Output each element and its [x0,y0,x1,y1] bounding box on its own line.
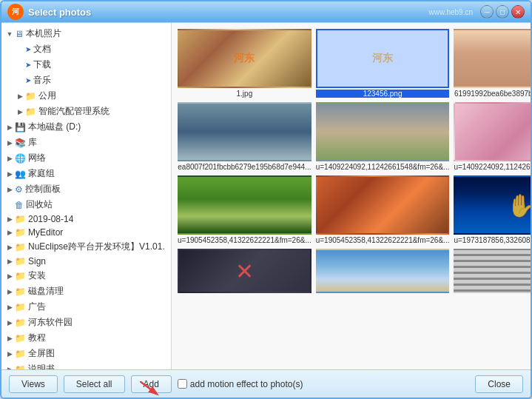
sidebar-item-nueclipse[interactable]: ▶ 📁 NuEclipse跨平台开发环境】V1.01. [1,239,171,255]
photo-thumbnail[interactable] [316,102,450,161]
photo-thumbnail[interactable] [454,175,531,235]
photo-grid: 河东 1.jpg 河东 123456.png 61991992bea6be389… [172,23,531,369]
photo-thumbnail[interactable] [178,249,312,293]
arrow-icon: ➤ [25,76,31,84]
photo-thumbnail[interactable] [316,249,450,293]
sidebar-item-autocar[interactable]: ▶ 📁 智能汽配管理系统 [1,104,171,119]
folder-icon: 📁 [15,318,26,328]
photo-item[interactable] [454,249,531,295]
sidebar-item-homegroup[interactable]: ▶ 👥 家庭组 [1,166,171,181]
disk-icon: 💾 [15,122,26,133]
sidebar-item-manual[interactable]: ▶ 📁 说明书 [1,361,171,369]
sidebar-item-sign[interactable]: ▶ 📁 Sign [1,255,171,268]
photo-item[interactable]: u=1409224092,11242661548&fm=26&... [454,102,531,171]
expand-icon: ▶ [4,242,15,252]
sidebar-label: 说明书 [28,363,55,369]
sidebar-label: 磁盘清理 [28,285,64,298]
sidebar-label: 回收站 [26,198,53,211]
photo-item[interactable]: 61991992bea6be3897b7c02e2dc6901... [454,29,531,98]
photo-thumbnail[interactable]: 河东 [178,29,312,88]
sidebar-item-tutorial[interactable]: ▶ 📁 教程 [1,330,171,346]
watermark-overlay: 河东 [234,52,255,65]
photo-item[interactable]: u=1905452358,41322622221&fm=26&... [316,175,450,244]
photo-thumbnail[interactable] [178,175,312,235]
photo-item[interactable] [316,249,450,295]
sidebar-item-localdisk[interactable]: ▶ 💾 本地磁盘 (D:) [1,119,171,135]
photo-item[interactable]: u=1973187856,33260879648&fm=26&... [454,175,531,244]
sidebar-item-fullscreen[interactable]: ▶ 📁 全屏图 [1,346,171,361]
sidebar-label: MyEditor [28,227,63,238]
app-logo: 河 [7,4,24,20]
title-bar: 河 Select photos www.heb9.cn ─ □ ✕ [1,1,531,22]
photo-item[interactable]: 河东 1.jpg [178,29,312,98]
folder-icon: 📁 [25,107,36,117]
folder-icon: 📁 [15,286,26,297]
sidebar-label: Sign [28,256,46,266]
window-controls: ─ □ ✕ [480,5,525,19]
folder-icon: 📁 [15,271,26,281]
expand-icon: ▼ [4,29,15,39]
sidebar-item-music[interactable]: ➤ 音乐 [1,73,171,88]
photo-item[interactable]: u=1905452358,41322622221&fm=26&... [178,175,312,244]
folder-icon: 📁 [15,242,26,252]
photo-thumbnail[interactable] [178,102,312,161]
sidebar-item-diskclean[interactable]: ▶ 📁 磁盘清理 [1,284,171,299]
sidebar-item-install[interactable]: ▶ 📁 安装 [1,268,171,284]
photo-label: 61991992bea6be3897b7c02e2dc6901... [454,90,531,98]
sidebar-label: 控制面板 [25,183,61,195]
sidebar-item-date1[interactable]: ▶ 📁 2019-08-14 [1,212,171,226]
sidebar-label: 家庭组 [28,167,55,180]
photo-thumbnail[interactable] [316,175,450,235]
sidebar-item-recyclebin[interactable]: 🗑 回收站 [1,197,171,212]
photo-label: u=1905452358,41322622221&fm=26&... [316,236,450,244]
network-icon: 🌐 [15,153,26,164]
sidebar-item-network[interactable]: ▶ 🌐 网络 [1,150,171,166]
sidebar-item-myeditor[interactable]: ▶ 📁 MyEditor [1,226,171,239]
minimize-button[interactable]: ─ [480,5,494,19]
select-all-button[interactable]: Select all [64,375,125,393]
expand-icon: ▶ [4,256,15,266]
add-button[interactable]: Add [131,375,172,393]
expand-icon: ▶ [4,271,15,281]
sidebar-item-docs[interactable]: ➤ 文档 [1,41,171,57]
photo-item[interactable]: 河东 123456.png [316,29,450,98]
sidebar-label: 下载 [33,58,51,71]
views-button[interactable]: Views [9,375,58,393]
photo-item[interactable] [178,249,312,295]
photo-thumbnail[interactable] [454,249,531,293]
photo-label: 1.jpg [178,90,312,98]
photo-label: 123456.png [316,90,450,98]
photo-thumbnail[interactable]: 河东 [316,29,450,88]
photo-label: u=1409224092,11242661548&fm=26&... [454,163,531,171]
sidebar-item-computer[interactable]: ▼ 🖥 本机照片 [1,26,171,41]
sidebar-item-controlpanel[interactable]: ▶ ⚙ 控制面板 [1,181,171,197]
sidebar-item-ad[interactable]: ▶ 📁 广告 [1,299,171,315]
photo-thumbnail[interactable] [454,102,531,161]
library-icon: 📚 [15,138,26,148]
folder-icon: 📁 [15,302,26,312]
sidebar-item-public[interactable]: ▶ 📁 公用 [1,88,171,104]
arrow-icon: ➤ [25,61,31,69]
close-window-button[interactable]: ✕ [511,5,525,19]
sidebar-item-library[interactable]: ▶ 📚 库 [1,135,171,150]
content-area: ▼ 🖥 本机照片 ➤ 文档 ➤ 下载 ➤ 音乐 ▶ 📁 [1,22,531,369]
sidebar-label: 网络 [28,152,46,164]
computer-icon: 🖥 [15,29,24,39]
photo-thumbnail[interactable] [454,29,531,88]
bottom-bar: Views Select all Add add motion effect t… [1,369,531,398]
photo-item[interactable]: ea8007f201fbcbb6279e195b68d7e944... [178,102,312,171]
photo-item[interactable]: u=1409224092,11242661548&fm=26&... [316,102,450,171]
sidebar-label: 教程 [28,332,46,344]
expand-icon: ▶ [4,318,15,328]
sidebar: ▼ 🖥 本机照片 ➤ 文档 ➤ 下载 ➤ 音乐 ▶ 📁 [1,23,172,369]
motion-effect-checkbox[interactable] [178,379,187,389]
motion-effect-checkbox-label[interactable]: add motion effect to photo(s) [178,379,303,389]
expand-icon: ▶ [4,364,15,370]
sidebar-item-hedong[interactable]: ▶ 📁 河东软件园 [1,315,171,330]
close-button[interactable]: Close [475,375,523,393]
sidebar-label: 智能汽配管理系统 [38,105,110,118]
sidebar-label: 河东软件园 [28,316,73,329]
maximize-button[interactable]: □ [496,5,509,19]
sidebar-item-downloads[interactable]: ➤ 下载 [1,57,171,73]
expand-icon: ▶ [4,302,15,312]
